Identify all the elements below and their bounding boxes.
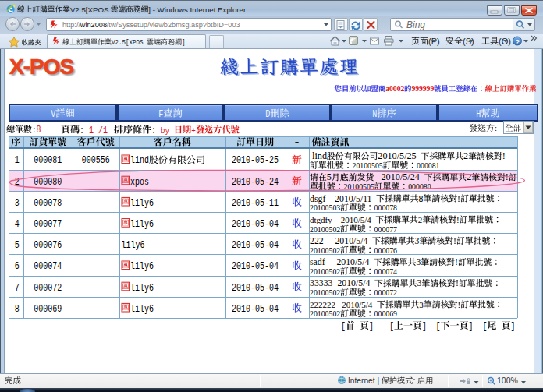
svg-text:]: ]: [511, 321, 516, 332]
svg-text:000081: 000081: [34, 155, 62, 166]
svg-text:!: !: [502, 150, 506, 161]
svg-text:lily6: lily6: [122, 240, 145, 251]
svg-text:5: 5: [15, 240, 20, 251]
svg-text:!: !: [506, 171, 509, 182]
svg-text:lind: lind: [130, 155, 149, 166]
svg-text:V: V: [51, 109, 56, 120]
svg-text:000077: 000077: [374, 225, 397, 234]
svg-text::: :: [151, 125, 161, 136]
svg-text::: :: [495, 123, 497, 132]
svg-text:2010-05-04: 2010-05-04: [232, 283, 279, 294]
svg-text:F: F: [158, 109, 163, 120]
svg-text:2010-05-04: 2010-05-04: [232, 219, 279, 230]
svg-text:D: D: [265, 109, 270, 120]
svg-text:6: 6: [15, 261, 20, 272]
svg-text:2: 2: [463, 150, 468, 161]
svg-text:+: +: [191, 126, 196, 136]
svg-text:2010-05-04: 2010-05-04: [232, 240, 279, 251]
svg-text:20100503: 20100503: [310, 203, 340, 212]
svg-text:1: 1: [15, 155, 20, 166]
svg-text:5: 5: [327, 171, 332, 182]
svg-text:000069: 000069: [34, 304, 62, 315]
svg-text:Bing: Bing: [406, 19, 425, 30]
svg-text:]: ]: [469, 321, 474, 332]
svg-text:222 2010/5/4: 222 2010/5/4: [310, 235, 372, 246]
svg-text:lily6: lily6: [130, 261, 154, 272]
svg-text:000074: 000074: [374, 267, 397, 276]
svg-text:33333 2010/5/4: 33333 2010/5/4: [310, 277, 374, 288]
svg-text:!: !: [457, 193, 460, 204]
svg-text:3: 3: [15, 198, 20, 209]
svg-text:dtgdfy 2010/5/4: dtgdfy 2010/5/4: [310, 215, 375, 224]
svg-text:[: [: [341, 321, 346, 332]
svg-text:2010-05-25: 2010-05-25: [232, 155, 279, 166]
svg-text:2010-05-04: 2010-05-04: [232, 304, 279, 315]
svg-text:000072: 000072: [374, 288, 397, 297]
svg-text:Internet |: Internet |: [348, 376, 382, 385]
svg-text:3: 3: [419, 300, 424, 309]
svg-text:000081: 000081: [417, 161, 439, 170]
svg-text:000072: 000072: [34, 283, 62, 294]
svg-text:20100502: 20100502: [310, 225, 340, 234]
svg-text:http://: http://: [62, 21, 80, 29]
svg-text:000080: 000080: [34, 177, 62, 188]
svg-text:!: !: [453, 235, 456, 246]
svg-text:7: 7: [15, 283, 20, 294]
svg-text:000556: 000556: [82, 155, 110, 166]
svg-text:H: H: [476, 109, 481, 120]
svg-text:lind: lind: [310, 150, 327, 161]
svg-text:8: 8: [419, 193, 424, 204]
svg-text:lily6: lily6: [130, 198, 154, 209]
svg-text:lily6: lily6: [130, 219, 154, 230]
svg-text:2010-05-24: 2010-05-24: [232, 177, 279, 188]
svg-text:]: ]: [182, 39, 186, 47]
svg-text:000080: 000080: [408, 182, 431, 191]
svg-text:lily6: lily6: [130, 283, 154, 294]
svg-text:[: [: [483, 321, 488, 332]
svg-text:20100502: 20100502: [310, 288, 340, 297]
svg-text:?: ?: [516, 38, 520, 46]
svg-text:000076: 000076: [34, 240, 62, 251]
svg-text:000078: 000078: [34, 198, 62, 209]
svg-text:000069: 000069: [374, 309, 397, 318]
svg-text:!: !: [457, 300, 460, 309]
svg-text:8: 8: [15, 304, 20, 315]
svg-text:dsgf 2010/5/11: dsgf 2010/5/11: [310, 193, 376, 204]
svg-text:sadf 2010/5/4: sadf 2010/5/4: [310, 256, 374, 267]
svg-text:!: !: [456, 277, 459, 288]
svg-text::: :: [80, 125, 89, 136]
svg-text:[: [: [436, 321, 441, 332]
svg-text:2: 2: [418, 215, 423, 224]
svg-text:100%: 100%: [497, 376, 518, 385]
svg-text:2: 2: [467, 171, 471, 182]
svg-text:win2008: win2008: [80, 21, 107, 29]
svg-text:20100502: 20100502: [310, 267, 340, 276]
svg-text:N: N: [372, 109, 377, 120]
svg-text:] - Windows Internet Explorer: ] - Windows Internet Explorer: [148, 5, 247, 14]
svg-text:000076: 000076: [374, 246, 397, 255]
svg-text:!: !: [456, 215, 460, 224]
svg-text:by: by: [161, 126, 174, 136]
svg-text:20100505: 20100505: [353, 161, 383, 170]
svg-text:000074: 000074: [34, 261, 62, 272]
svg-text:20100502: 20100502: [310, 246, 340, 255]
svg-text:V2.5[XPOS: V2.5[XPOS: [70, 5, 111, 14]
svg-text:a0002: a0002: [385, 84, 404, 93]
svg-text:2010/5/25: 2010/5/25: [378, 150, 421, 161]
svg-text:222222 2010/5/4: 222222 2010/5/4: [310, 300, 377, 309]
svg-text:V2.5[XPOS: V2.5[XPOS: [112, 39, 147, 47]
svg-text:1 /1: 1 /1: [89, 125, 108, 136]
svg-text:3: 3: [414, 235, 419, 246]
svg-text:8: 8: [37, 125, 41, 136]
svg-text:20100502: 20100502: [310, 309, 340, 318]
svg-text:2010-05-11: 2010-05-11: [232, 198, 279, 209]
svg-text:lily6: lily6: [130, 304, 154, 315]
svg-text::: :: [413, 376, 417, 385]
svg-text:xpos: xpos: [130, 177, 149, 188]
svg-text:3: 3: [417, 277, 421, 288]
svg-text:999999: 999999: [411, 84, 434, 93]
svg-text:!: !: [455, 256, 458, 267]
svg-text:2010/5/24: 2010/5/24: [374, 171, 424, 182]
svg-text:]: ]: [369, 321, 374, 332]
svg-text:–: –: [295, 137, 300, 148]
